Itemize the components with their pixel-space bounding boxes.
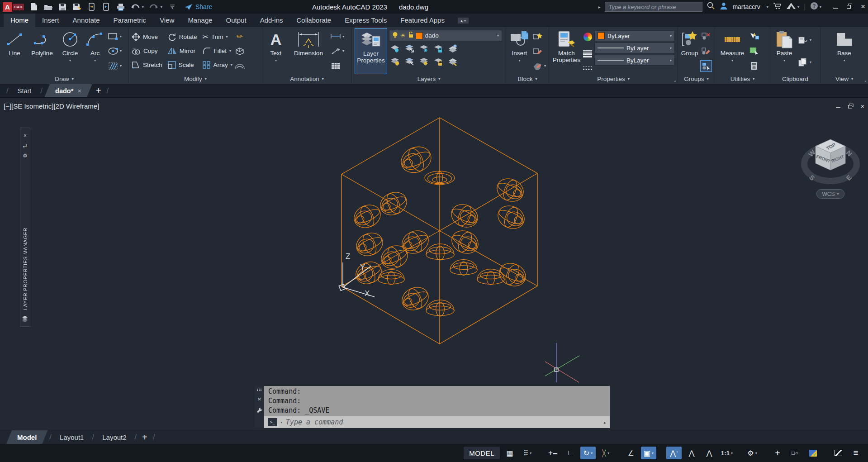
object-color-dropdown[interactable]: ByLayer ▾ — [594, 30, 675, 41]
ribbon-tab-add-ins[interactable]: Add-ins — [253, 14, 290, 27]
layer-properties-button[interactable]: Layer Properties — [355, 28, 387, 74]
ribbon-tab-view[interactable]: View — [153, 14, 181, 27]
chevron-down-icon[interactable]: ▾ — [342, 34, 344, 38]
autodesk-dropdown-icon[interactable]: ▾ — [797, 5, 799, 9]
chevron-down-icon[interactable]: ▾ — [497, 33, 499, 38]
ribbon-tab-home[interactable]: Home — [4, 14, 35, 27]
model-space-viewport[interactable]: ZYX [−][SE Isometric][2D Wireframe] × × … — [0, 98, 868, 430]
trim-button[interactable]: ✂Trim▾ — [203, 30, 232, 43]
layer-lock-icon[interactable] — [433, 43, 444, 54]
cut-icon[interactable]: ✂ — [797, 35, 808, 46]
ribbon-tab-featured-apps[interactable]: Featured Apps — [394, 14, 451, 27]
help-icon[interactable]: ? — [810, 2, 818, 12]
circle-button[interactable]: Circle ▾ — [58, 28, 82, 74]
customize-qat-icon[interactable] — [168, 2, 177, 11]
command-input-row[interactable]: >_ ▾ Type a command ▴ — [264, 416, 610, 428]
viewport-restore-icon[interactable] — [848, 102, 854, 110]
properties-dialog-launcher-icon[interactable]: ⌟ — [674, 78, 676, 82]
viewport-close-icon[interactable]: × — [861, 103, 864, 110]
minimize-button[interactable] — [833, 3, 839, 11]
layer-freeze-icon[interactable] — [419, 43, 430, 54]
text-button[interactable]: A Text ▾ — [265, 28, 287, 74]
dimension-button[interactable]: Dimension — [289, 28, 328, 74]
snap-mode-toggle[interactable]: ⠿▾ — [520, 447, 535, 459]
erase-icon[interactable]: ✏ — [234, 31, 245, 42]
command-window[interactable]: × Command: Command: Command: _QSAVE >_ ▾… — [255, 386, 610, 428]
command-input-placeholder[interactable]: Type a command — [286, 418, 343, 426]
command-customize-wrench-icon[interactable] — [256, 406, 262, 415]
viewcube[interactable]: W N S E TOP FRONT RIGHT WCS ▾ — [794, 131, 868, 208]
chevron-down-icon[interactable]: ▾ — [69, 57, 71, 64]
quick-calculator-icon[interactable] — [749, 61, 759, 71]
group-button[interactable]: Group — [681, 28, 698, 74]
view-panel-label[interactable]: View▾ — [821, 74, 868, 83]
lineweight-dropdown[interactable]: ByLayer ▾ — [594, 43, 675, 53]
linear-dimension-icon[interactable] — [330, 31, 341, 42]
ungroup-icon[interactable] — [700, 31, 711, 42]
modify-panel-label[interactable]: Modify▾ — [129, 74, 262, 83]
autocad-app-button[interactable]: A CAD — [3, 2, 24, 12]
undo-button[interactable] — [131, 2, 140, 11]
layout-tab-model[interactable]: Model — [6, 430, 47, 444]
chevron-down-icon[interactable]: ▾ — [94, 57, 96, 64]
chevron-down-icon[interactable]: ▾ — [226, 35, 228, 39]
clean-screen-button[interactable] — [830, 447, 846, 459]
share-button[interactable]: Share — [184, 3, 212, 10]
chevron-right-icon[interactable]: ▸ — [598, 5, 600, 10]
username[interactable]: martaccrv — [732, 3, 760, 10]
array-button[interactable]: Array▾ — [203, 58, 232, 71]
explode-icon[interactable] — [234, 46, 245, 57]
match-properties-button[interactable]: Match Properties — [552, 28, 581, 74]
command-drag-grip[interactable] — [256, 388, 262, 391]
layer-color-swatch[interactable] — [416, 32, 423, 39]
chevron-down-icon[interactable]: ▾ — [544, 64, 546, 68]
rectangle-tool-icon[interactable] — [108, 31, 119, 42]
copy-clip-icon[interactable] — [797, 57, 808, 68]
save-to-mobile-button[interactable] — [102, 2, 111, 11]
stretch-button[interactable]: Stretch — [132, 58, 162, 71]
group-selection-icon[interactable] — [700, 60, 712, 72]
ribbon-tab-collaborate[interactable]: Collaborate — [289, 14, 338, 27]
edit-block-icon[interactable] — [532, 46, 543, 57]
layer-on-all-icon[interactable] — [390, 56, 401, 67]
redo-dropdown-icon[interactable]: ▾ — [161, 5, 162, 9]
define-attributes-icon[interactable] — [532, 61, 543, 71]
layers-panel-label[interactable]: Layers▾ — [352, 74, 506, 83]
scale-button[interactable]: Scale — [168, 58, 197, 71]
file-tab-start[interactable]: Start — [10, 84, 39, 97]
chevron-down-icon[interactable]: ▾ — [731, 57, 733, 64]
object-snap-toggle[interactable]: ▣▾ — [641, 447, 656, 459]
redo-button[interactable] — [149, 2, 158, 11]
annotation-panel-label[interactable]: Annotation▾ — [262, 74, 351, 83]
autoscale-toggle[interactable]: ⋀ — [684, 447, 699, 459]
open-file-button[interactable] — [44, 2, 53, 11]
base-button[interactable]: Base ▾ — [833, 28, 856, 74]
ortho-mode-toggle[interactable]: ∟ — [563, 447, 578, 459]
search-input[interactable] — [605, 2, 702, 12]
paste-button[interactable]: Paste ▾ — [773, 28, 796, 74]
arc-button[interactable]: Arc ▾ — [84, 28, 106, 74]
chevron-down-icon[interactable]: ▾ — [843, 57, 845, 64]
ribbon-tab-annotate[interactable]: Annotate — [66, 14, 107, 27]
chevron-down-icon[interactable]: ▾ — [783, 57, 785, 64]
create-block-icon[interactable] — [532, 31, 543, 42]
chevron-down-icon[interactable]: ▾ — [670, 58, 672, 62]
chevron-down-icon[interactable]: ▾ — [591, 451, 593, 455]
restore-button[interactable] — [847, 3, 853, 11]
properties-panel-label[interactable]: Properties▾ — [549, 74, 678, 83]
move-button[interactable]: Move — [132, 30, 162, 43]
leader-icon[interactable] — [330, 46, 341, 57]
linetype-dropdown[interactable]: ByLayer ▾ — [594, 55, 675, 66]
block-panel-label[interactable]: Block▾ — [506, 74, 549, 83]
chevron-down-icon[interactable]: ▾ — [342, 49, 344, 53]
autodesk-logo-icon[interactable] — [786, 2, 796, 11]
chevron-down-icon[interactable]: ▾ — [518, 57, 520, 64]
table-icon[interactable] — [330, 61, 341, 71]
annotation-visibility-toggle[interactable]: ⋀° — [666, 447, 682, 459]
offset-icon[interactable] — [234, 61, 245, 71]
new-drawing-tab-button[interactable]: + — [92, 86, 105, 96]
chevron-down-icon[interactable]: ▾ — [231, 63, 232, 67]
layer-unlock-all-icon[interactable] — [433, 56, 444, 67]
wcs-dropdown[interactable]: WCS ▾ — [816, 189, 844, 199]
layer-off-icon[interactable] — [390, 43, 401, 54]
